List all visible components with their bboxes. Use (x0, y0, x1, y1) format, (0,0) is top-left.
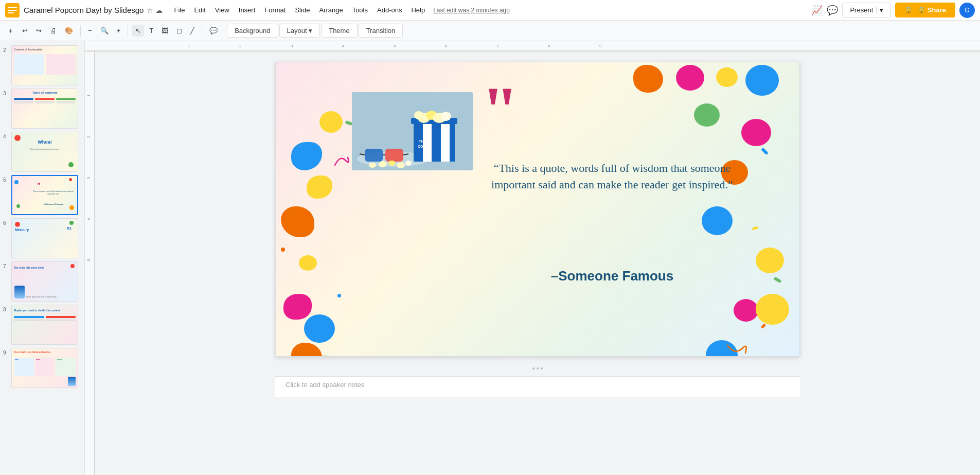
ruler-area: 1 2 3 4 5 6 7 8 9 1 2 3 4 5 (85, 41, 980, 475)
canvas-wrapper[interactable]: THE CORN " “This is a quote, words full … (95, 51, 980, 475)
slide-thumb-6[interactable]: 6 Mercury 01 (3, 218, 81, 258)
app-icon (5, 3, 20, 17)
slide-thumb-5[interactable]: 5 " This is a quote, words full of wisdo… (3, 175, 81, 215)
print-button[interactable]: 🖨 (47, 25, 60, 37)
image-button[interactable]: 🖼 (158, 25, 171, 37)
blob-yellow-top-right (716, 67, 738, 87)
blob-orange-top-right (633, 65, 663, 93)
slide-thumb-8[interactable]: 8 Maybe you need to divide the content (3, 305, 81, 345)
text-box-button[interactable]: T (146, 25, 156, 37)
slide-number: 3 (3, 91, 9, 96)
blob-pink-right-bottom (734, 299, 758, 322)
background-button[interactable]: Background (227, 24, 278, 38)
slide-preview-5[interactable]: " This is a quote, words full of wisdom … (11, 175, 78, 215)
share-button[interactable]: 🔒 🔒 Share (895, 3, 955, 17)
slide-thumb-4[interactable]: 4 Whoa! Some descriptive text goes here (3, 132, 81, 172)
select-tool-button[interactable]: ↖ (132, 25, 144, 37)
share-label: 🔒 Share (917, 6, 946, 14)
doc-title[interactable]: Caramel Popcorn Day! by Slidesgo (24, 6, 144, 14)
toolbar-separator-1 (80, 25, 81, 37)
speaker-notes[interactable]: Click to add speaker notes (275, 376, 800, 397)
present-button[interactable]: Present ▾ (842, 3, 891, 17)
toolbar: ＋ ↩ ↪ 🖨 🎨 − 🔍 + ↖ T 🖼 ◻ ╱ 💬 Background L… (0, 21, 980, 41)
slide-preview-2[interactable]: Contents of this template (11, 45, 78, 85)
blob-green-right (694, 103, 720, 127)
svg-rect-30 (450, 120, 455, 162)
slide-thumb-7[interactable]: 7 The slide title goes here! Lorem ipsum… (3, 261, 81, 302)
confetti-green-right (774, 277, 782, 284)
zoom-level-display[interactable]: 🔍 (97, 25, 112, 37)
slide-preview-9[interactable]: You could use three columns... Mars Venu… (11, 348, 78, 388)
menu-arrange[interactable]: Arrange (315, 4, 347, 16)
slide-thumb-9[interactable]: 9 You could use three columns... Mars Ve… (3, 348, 81, 388)
blob-yellow-left (307, 175, 332, 199)
transition-button[interactable]: Transition (359, 24, 403, 38)
toolbar-separator-3 (202, 25, 202, 37)
paint-format-button[interactable]: 🎨 (62, 25, 76, 37)
user-avatar[interactable]: G (959, 3, 975, 18)
notes-placeholder: Click to add speaker notes (286, 381, 364, 389)
vertical-ruler: 1 2 3 4 5 (85, 51, 95, 475)
slide-preview-3[interactable]: Table of contents (11, 89, 78, 129)
menu-insert[interactable]: Insert (235, 4, 260, 16)
comments-icon[interactable]: 💬 (827, 5, 838, 16)
slide-thumb-2[interactable]: 2 Contents of this template (3, 45, 81, 85)
menu-format[interactable]: Format (260, 4, 290, 16)
svg-text:9: 9 (599, 44, 602, 48)
shapes-button[interactable]: ◻ (173, 25, 185, 37)
slide-number: 2 (3, 47, 9, 53)
undo-button[interactable]: ↩ (19, 25, 31, 37)
confetti-blue-dot (337, 294, 341, 297)
svg-point-36 (414, 111, 423, 119)
star-icon[interactable]: ☆ (147, 6, 153, 14)
menu-addons[interactable]: Add-ons (373, 4, 406, 16)
canvas-area: 1 2 3 4 5 (85, 51, 980, 475)
svg-point-35 (441, 112, 451, 121)
curl-decoration-left (332, 152, 353, 168)
slide-preview-7[interactable]: The slide title goes here! Lorem ipsum t… (11, 261, 78, 302)
svg-text:CORN: CORN (418, 145, 429, 148)
lock-icon: 🔒 (904, 6, 913, 14)
confetti-blue-right (761, 148, 769, 155)
svg-point-41 (369, 163, 376, 168)
line-button[interactable]: ╱ (187, 25, 198, 37)
menu-file[interactable]: File (170, 4, 189, 16)
format-bar: Background Layout ▾ Theme Transition (227, 24, 403, 38)
slide-thumb-3[interactable]: 3 Table of contents (3, 89, 81, 129)
present-dropdown-arrow[interactable]: ▾ (876, 6, 883, 14)
last-edit-link[interactable]: Last edit was 2 minutes ago (433, 7, 510, 14)
slide-number: 8 (3, 307, 9, 312)
svg-text:3: 3 (86, 177, 91, 179)
blob-pink-top-right (676, 65, 704, 91)
popcorn-image[interactable]: THE CORN (352, 92, 473, 170)
redo-button[interactable]: ↪ (33, 25, 45, 37)
theme-button[interactable]: Theme (321, 24, 357, 38)
add-slide-button[interactable]: ＋ (4, 24, 17, 38)
quote-marks-decoration: " (482, 83, 519, 136)
menu-slide[interactable]: Slide (291, 4, 314, 16)
layout-button[interactable]: Layout ▾ (279, 24, 320, 38)
horizontal-ruler: 1 2 3 4 5 6 7 8 9 (85, 41, 980, 51)
slide-preview-8[interactable]: Maybe you need to divide the content (11, 305, 78, 345)
cloud-icon[interactable]: ☁ (155, 6, 163, 14)
menu-tools[interactable]: Tools (348, 4, 372, 16)
menu-edit[interactable]: Edit (190, 4, 209, 16)
curl-decoration-right-bottom (725, 343, 748, 357)
zoom-in-button[interactable]: + (114, 25, 124, 37)
quote-author[interactable]: –Someone Famous (476, 268, 748, 284)
zoom-out-button[interactable]: − (85, 25, 95, 37)
slide-preview-4[interactable]: Whoa! Some descriptive text goes here (11, 132, 78, 172)
scroll-dot-1 (532, 367, 534, 370)
comment-button[interactable]: 💬 (206, 25, 221, 37)
quote-text[interactable]: “This is a quote, words full of wisdom t… (476, 160, 748, 193)
menu-bar: File Edit View Insert Format Slide Arran… (170, 4, 429, 16)
toolbar-separator-2 (128, 25, 128, 37)
slide-preview-6[interactable]: Mercury 01 (11, 218, 78, 258)
blob-orange-left (281, 206, 314, 237)
analytics-icon[interactable]: 📈 (811, 5, 823, 16)
confetti-yellow-right (752, 226, 759, 231)
svg-point-39 (397, 162, 405, 168)
menu-view[interactable]: View (211, 4, 234, 16)
slide-canvas[interactable]: THE CORN " “This is a quote, words full … (275, 62, 800, 357)
menu-help[interactable]: Help (407, 4, 429, 16)
